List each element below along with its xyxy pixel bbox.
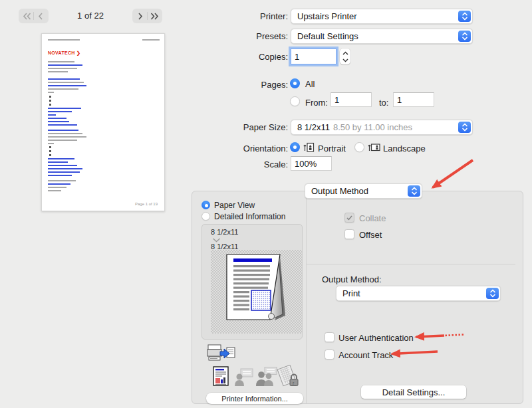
- paper-view-box: 8 1/2x11 8 1/2x11: [201, 224, 303, 340]
- popup-stepper-icon: [458, 31, 471, 42]
- printer-popup-value: Upstairs Printer: [297, 11, 357, 21]
- stepper-up-icon[interactable]: [342, 49, 348, 56]
- copies-stepper[interactable]: [340, 49, 350, 64]
- account-track-checkbox[interactable]: [325, 350, 334, 359]
- thumbnail-address-block: [48, 61, 160, 72]
- section-popup[interactable]: Output Method: [305, 183, 422, 199]
- chevron-right-icon: [138, 13, 143, 20]
- thumbnail-section: [48, 180, 160, 191]
- thumbnail-section: [48, 130, 160, 144]
- pages-range-radio[interactable]: [290, 96, 300, 106]
- paper-preview-background: [211, 250, 302, 334]
- print-dialog-window: 1 of 22 NOVATECH ❯: [0, 0, 532, 408]
- first-page-button[interactable]: [22, 10, 31, 22]
- pages-from-input[interactable]: [331, 92, 372, 107]
- pager-divider: [147, 12, 148, 20]
- landscape-orientation-icon: [368, 142, 380, 153]
- offset-label: Offset: [359, 230, 382, 240]
- popup-stepper-icon: [408, 185, 420, 197]
- paper-size-popup-detail: 8.50 by 11.00 inches: [333, 122, 412, 132]
- page-nav-forward-group: [132, 9, 162, 23]
- paper-size-label: Paper Size:: [243, 122, 288, 132]
- scale-input[interactable]: [291, 156, 332, 171]
- output-method-popup[interactable]: Print: [336, 286, 501, 301]
- check-icon: [346, 215, 352, 221]
- pages-to-label: to:: [379, 98, 388, 108]
- novatech-logo: NOVATECH ❯: [48, 51, 160, 56]
- page-counter: 1 of 22: [66, 11, 114, 21]
- chevron-down-icon: [212, 238, 221, 243]
- paper-view-radio[interactable]: [201, 201, 210, 209]
- offset-checkbox[interactable]: [344, 229, 354, 239]
- detail-settings-button[interactable]: Detail Settings...: [361, 385, 466, 399]
- user-authentication-checkbox[interactable]: [325, 332, 334, 342]
- user-authentication-icon: [234, 368, 253, 387]
- output-method-label: Output Method:: [322, 274, 382, 284]
- thumbnail-content: NOVATECH ❯: [48, 39, 160, 193]
- panel-vertical-divider: [306, 191, 307, 403]
- collate-checkbox: [344, 213, 354, 223]
- detailed-information-label: Detailed Information: [214, 212, 285, 221]
- logo-chevron-icon: ❯: [75, 51, 80, 55]
- portrait-orientation-icon: [303, 142, 315, 153]
- output-method-popup-value: Print: [342, 288, 360, 298]
- copies-label: Copies:: [259, 52, 288, 62]
- scale-label: Scale:: [264, 159, 288, 169]
- pages-to-input[interactable]: [393, 92, 434, 107]
- last-page-button[interactable]: [150, 10, 159, 22]
- presets-popup-value: Default Settings: [297, 31, 358, 41]
- orientation-portrait-label: Portrait: [318, 144, 346, 153]
- paper-size-popup-value: 8 1/2x11: [297, 122, 330, 132]
- pages-all-radio[interactable]: [290, 78, 300, 88]
- annotation-arrow-output-method: [433, 160, 473, 187]
- secure-print-lock-icon: r: [276, 365, 300, 387]
- stepper-down-icon[interactable]: [342, 56, 348, 64]
- section-popup-value: Output Method: [311, 186, 368, 196]
- thumbnail-page-footer: Page 1 of 19: [135, 202, 158, 206]
- pages-from-label: From:: [305, 98, 328, 108]
- detailed-information-radio[interactable]: [201, 212, 210, 221]
- next-page-button[interactable]: [136, 10, 145, 22]
- printer-information-button[interactable]: Printer Information...: [206, 393, 303, 404]
- printer-popup[interactable]: Upstairs Printer: [291, 9, 473, 24]
- paper-size-source-label: 8 1/2x11: [211, 228, 238, 236]
- pager-divider: [33, 12, 34, 20]
- document-preview-thumbnail: NOVATECH ❯: [41, 33, 165, 211]
- output-method-divider: [307, 264, 515, 264]
- orientation-landscape-radio[interactable]: [354, 142, 364, 152]
- thumbnail-link-list: [48, 158, 160, 176]
- double-chevron-left-icon: [23, 13, 31, 20]
- document-report-icon: [213, 366, 229, 387]
- printer-label: Printer:: [260, 11, 288, 21]
- orientation-portrait-radio[interactable]: [290, 142, 300, 152]
- thumbnail-link-list: [48, 108, 160, 126]
- account-track-label: Account Track: [338, 350, 393, 360]
- paper-view-label: Paper View: [214, 201, 255, 210]
- copies-input[interactable]: [291, 49, 336, 64]
- thumbnail-bullets: [48, 146, 160, 156]
- user-authentication-label: User Authentication: [338, 333, 414, 343]
- double-chevron-right-icon: [150, 13, 159, 20]
- thumbnail-section: [48, 78, 160, 93]
- thumbnail-header-line: [48, 39, 160, 43]
- popup-stepper-icon: [458, 122, 471, 133]
- account-track-icon: [255, 367, 277, 387]
- presets-popup[interactable]: Default Settings: [291, 29, 473, 44]
- chevron-left-icon: [38, 13, 43, 20]
- paper-preview-page: [211, 250, 302, 334]
- popup-stepper-icon: [486, 288, 499, 299]
- orientation-landscape-label: Landscape: [383, 144, 426, 153]
- popup-stepper-icon: [458, 11, 471, 22]
- presets-label: Presets:: [256, 31, 288, 41]
- thumbnail-bullets: [48, 96, 160, 106]
- collate-label: Collate: [359, 213, 386, 223]
- pages-label: Pages:: [261, 80, 288, 90]
- paper-size-popup[interactable]: 8 1/2x11 8.50 by 11.00 inches: [291, 120, 473, 135]
- previous-page-button[interactable]: [36, 10, 45, 22]
- page-nav-back-group: [19, 9, 49, 23]
- output-method-printer-icon: [207, 344, 236, 366]
- pages-all-label: All: [305, 79, 315, 89]
- orientation-label: Orientation:: [243, 144, 288, 153]
